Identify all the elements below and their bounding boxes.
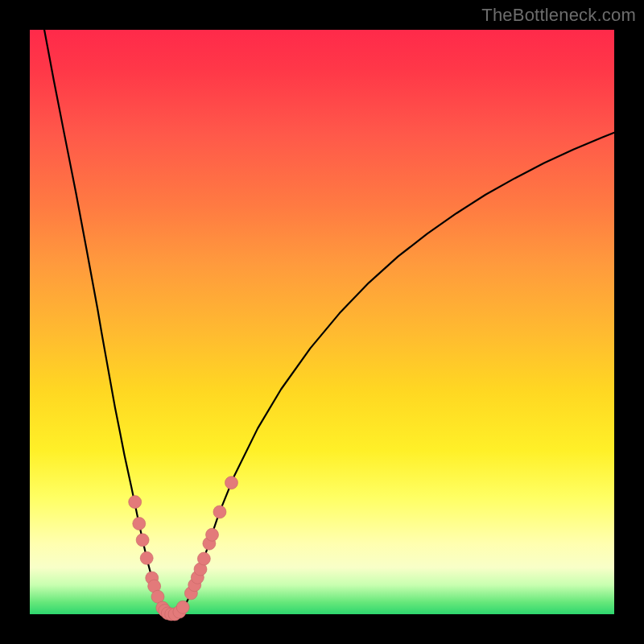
data-marker xyxy=(176,601,189,613)
chart-svg xyxy=(30,30,614,614)
chart-frame: TheBottleneck.com xyxy=(0,0,644,644)
data-marker xyxy=(225,477,237,489)
data-marker xyxy=(129,496,142,509)
data-marker xyxy=(133,517,146,530)
curve-left-branch xyxy=(43,24,175,614)
data-marker xyxy=(136,534,149,547)
data-marker xyxy=(213,506,226,518)
curve-group xyxy=(43,24,614,614)
data-marker xyxy=(206,528,219,541)
curve-right-branch xyxy=(179,133,614,612)
data-marker xyxy=(140,551,153,564)
data-marker xyxy=(197,552,210,565)
watermark-text: TheBottleneck.com xyxy=(481,5,636,26)
